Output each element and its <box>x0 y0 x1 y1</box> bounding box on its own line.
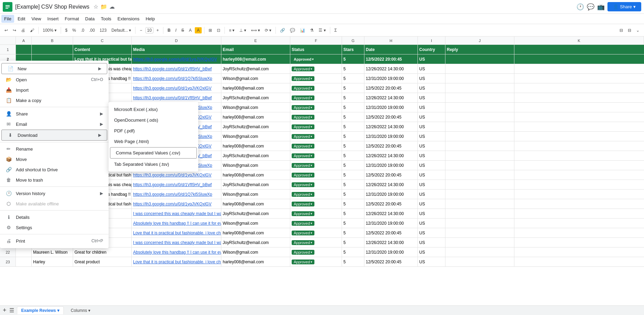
cell-stars[interactable]: 5 <box>342 170 364 180</box>
cell-reply[interactable] <box>445 141 514 151</box>
cell-reply[interactable] <box>445 93 514 102</box>
cell-email[interactable]: harley008@email.com <box>221 112 290 122</box>
cell-country[interactable]: US <box>418 247 445 257</box>
font-size-increase[interactable]: + <box>155 27 161 34</box>
cell-reply[interactable] <box>445 122 514 131</box>
cell-status[interactable]: Approved ▾ <box>290 209 342 218</box>
cell-content[interactable]: Great product <box>73 257 132 266</box>
cell-date[interactable]: 12/31/2020 19:00:00 <box>364 161 418 170</box>
add-sheet-button[interactable]: + <box>3 307 7 314</box>
menu-help[interactable]: Help <box>143 15 158 23</box>
align-button[interactable]: ≡ ▾ <box>227 27 236 34</box>
cell-country[interactable]: US <box>418 93 445 102</box>
menu-tools[interactable]: Tools <box>98 15 114 23</box>
cell-media[interactable]: Absolutely love this handbag !! I can us… <box>132 219 221 228</box>
menu-file[interactable]: File <box>1 15 14 23</box>
cell-media[interactable]: https://lh3.google.com/u/0/d/1yqJVKQxlGV <box>132 83 221 93</box>
status-badge[interactable]: Approved ▾ <box>292 163 314 168</box>
status-badge[interactable]: Approved ▾ <box>292 260 314 264</box>
highlight-button[interactable]: A <box>195 27 202 33</box>
status-badge[interactable]: Approved ▾ <box>292 231 314 235</box>
cell-email[interactable]: Wilson@gmail.com <box>221 247 290 257</box>
cell-date[interactable]: 12/5/2022 20:00:45 <box>364 257 418 266</box>
cell-media[interactable]: Love that it is practical but fashionabl… <box>132 228 221 237</box>
cell-stars[interactable]: 5 <box>342 151 364 160</box>
cell-reply[interactable] <box>445 238 514 247</box>
format-number-button[interactable]: 123 <box>98 27 108 34</box>
cell-status[interactable]: Approved ▾ <box>290 190 342 199</box>
cell-date[interactable]: 12/31/2020 19:00:00 <box>364 247 418 257</box>
cell-stars[interactable]: 5 <box>342 219 364 228</box>
filter-button[interactable]: ⚗ <box>308 27 315 34</box>
col-header-f[interactable]: F <box>290 37 342 44</box>
download-csv[interactable]: Comma Separated Values (.csv) <box>110 147 197 159</box>
tab-example-reviews[interactable]: Example Reviews ▾ <box>17 306 64 314</box>
status-badge[interactable]: Approved ▾ <box>292 57 316 62</box>
bold-button[interactable]: B <box>166 27 172 34</box>
cell-date[interactable]: 12/31/2020 19:00:00 <box>364 190 418 199</box>
cell-country[interactable]: US <box>418 180 445 189</box>
status-badge[interactable]: Approved ▾ <box>292 105 314 110</box>
col-header-a[interactable]: A <box>16 37 32 44</box>
currency-button[interactable]: $ <box>63 27 69 34</box>
cell-media[interactable]: Love that it is practical but fashionabl… <box>132 257 221 266</box>
cell-country[interactable]: US <box>418 141 445 151</box>
menu-data[interactable]: Data <box>82 15 97 23</box>
cell-b[interactable]: Harley <box>32 257 73 266</box>
cell-reply[interactable] <box>445 170 514 180</box>
download-tsv[interactable]: Tab Separated Values (.tsv) <box>109 159 198 170</box>
history-icon[interactable]: 🕐 <box>576 3 584 11</box>
cell-email[interactable]: JoyRSchultz@email.com <box>221 238 290 247</box>
status-badge[interactable]: Approved ▾ <box>292 86 314 91</box>
italic-button[interactable]: I <box>174 27 178 34</box>
status-badge[interactable]: Approved ▾ <box>292 134 314 139</box>
cell-media[interactable]: Absolutely love this handbag !! I can us… <box>132 247 221 257</box>
cell-date[interactable]: 12/26/2022 14:30:00 <box>364 64 418 73</box>
fm-import[interactable]: 📥 Import <box>0 85 109 95</box>
cell-email[interactable]: JoyRSchultz@email.com <box>221 180 290 189</box>
cell-date[interactable]: 12/26/2022 14:30:00 <box>364 209 418 218</box>
cell-b[interactable]: Maureen L. Wilson <box>32 247 73 257</box>
col-header-g[interactable]: G <box>342 37 364 44</box>
fm-move[interactable]: 📦 Move <box>0 154 109 164</box>
col-header-k[interactable]: K <box>514 37 644 44</box>
cell-stars[interactable]: 5 <box>342 199 364 209</box>
status-badge[interactable]: Approved ▾ <box>292 95 314 100</box>
cell-date[interactable]: 12/31/2020 19:00:00 <box>364 219 418 228</box>
col-header-j[interactable]: J <box>445 37 514 44</box>
cell-date[interactable]: 12/31/2020 19:00:00 <box>364 132 418 141</box>
row-group-button[interactable]: ⊟ <box>626 27 633 34</box>
fm-details[interactable]: ℹ Details <box>0 212 109 222</box>
hide-formula-button[interactable]: ⌄ <box>634 27 641 34</box>
tab-dropdown-icon[interactable]: ▾ <box>57 308 59 313</box>
cell-stars[interactable]: 5 <box>342 161 364 170</box>
comment-button[interactable]: 💬 <box>288 27 297 34</box>
cell-media[interactable]: https://lh3.google.com/u/0/d/1Vfl5HV_bBw… <box>132 64 221 73</box>
download-excel[interactable]: Microsoft Excel (.xlsx) <box>109 104 198 115</box>
cell-country[interactable]: US <box>418 238 445 247</box>
cell-reply[interactable] <box>445 112 514 122</box>
cell-a[interactable] <box>16 257 32 266</box>
redo-button[interactable]: ↪ <box>11 27 18 34</box>
status-badge[interactable]: Approved ▾ <box>292 192 314 197</box>
cell-stars[interactable]: 5 <box>342 141 364 151</box>
cell-country[interactable]: US <box>418 190 445 199</box>
undo-button[interactable]: ↩ <box>3 27 10 34</box>
fm-version[interactable]: 🕐 Version history ▶ <box>0 188 109 199</box>
sheet-menu-button[interactable]: ☰ <box>9 307 14 314</box>
fm-download[interactable]: ⬇ Download ▶ <box>1 130 107 141</box>
font-color-button[interactable]: A <box>187 27 193 34</box>
strikethrough-button[interactable]: S <box>180 27 186 34</box>
status-badge[interactable]: Approved ▾ <box>292 144 314 149</box>
cell-status[interactable]: Approved ▾ <box>290 228 342 237</box>
cell-status[interactable]: Approved ▾ <box>290 103 342 112</box>
sum-button[interactable]: Σ <box>333 27 339 34</box>
cell-country[interactable]: US <box>418 122 445 131</box>
link-button[interactable]: 🔗 <box>278 27 287 34</box>
cell-email[interactable]: harley008@email.com <box>221 170 290 180</box>
merge-button[interactable]: ⊡ <box>215 27 222 34</box>
cell-status[interactable]: Approved ▾ <box>290 141 342 151</box>
cell-status[interactable]: Approved ▾ <box>290 54 342 64</box>
cell-status[interactable]: Approved ▾ <box>290 257 342 266</box>
fm-email[interactable]: ✉ Email ▶ <box>0 119 109 129</box>
